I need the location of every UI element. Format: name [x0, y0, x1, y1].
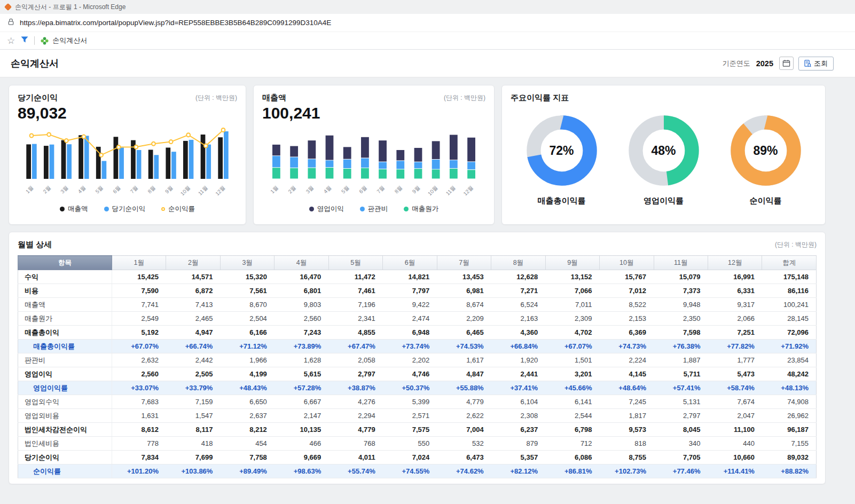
- card-title: 당기순이익: [18, 93, 58, 103]
- cell: 6,166: [220, 326, 274, 340]
- bookmark-item[interactable]: 손익계산서: [41, 36, 87, 45]
- cell: 2,571: [383, 409, 437, 423]
- donut-percentage: 89%: [727, 112, 805, 190]
- cell: +45.66%: [545, 381, 599, 395]
- cell: 7,758: [220, 451, 274, 464]
- svg-text:11월: 11월: [197, 185, 209, 196]
- cell: 6,872: [166, 284, 220, 298]
- header-column: 9월: [545, 256, 599, 270]
- table-row: 법인세차감전순이익8,6128,1178,21210,1354,7797,575…: [18, 423, 817, 437]
- cell: 7,011: [545, 298, 599, 312]
- calendar-button[interactable]: [779, 57, 794, 70]
- cell: +58.74%: [708, 381, 762, 395]
- cell: 1,920: [491, 353, 545, 367]
- cell: 175,148: [762, 270, 817, 284]
- cell: 26,962: [762, 409, 817, 423]
- cell: 7,004: [437, 423, 491, 437]
- cell: 2,632: [112, 353, 166, 367]
- table-row: 당기순이익7,8347,6997,7589,6694,0117,0246,473…: [18, 451, 817, 464]
- cell: 7,251: [708, 326, 762, 340]
- cell: 340: [654, 437, 708, 451]
- page-title: 손익계산서: [11, 57, 59, 70]
- filter-icon[interactable]: [21, 36, 28, 45]
- table-row: 매출액7,7417,4138,6709,8037,1969,4228,6746,…: [18, 298, 817, 312]
- cell: 5,357: [491, 451, 545, 464]
- cell: 9,669: [274, 451, 328, 464]
- cell: 4,855: [328, 326, 382, 340]
- cell: 9,948: [654, 298, 708, 312]
- cell: 4,779: [328, 423, 382, 437]
- favorite-star-icon[interactable]: ☆: [7, 36, 15, 45]
- cell: +50.37%: [383, 381, 437, 395]
- cell: 5,711: [654, 367, 708, 381]
- cell: +55.74%: [328, 464, 382, 478]
- cell: +57.41%: [654, 381, 708, 395]
- cell: 768: [328, 437, 382, 451]
- table-row: 법인세비용77841845446676855053287971281834044…: [18, 437, 817, 451]
- cell: 4,360: [491, 326, 545, 340]
- legend-item: 순이익률: [161, 204, 195, 214]
- bookmarks-bar: ☆ 손익계산서: [0, 32, 855, 50]
- query-doc-icon: [804, 60, 811, 67]
- net-income-value: 89,032: [18, 104, 237, 122]
- cell: +114.41%: [708, 464, 762, 478]
- cell: 879: [491, 437, 545, 451]
- header-column: 6월: [383, 256, 437, 270]
- cell: 6,798: [545, 423, 599, 437]
- legend-marker-icon: [60, 207, 65, 211]
- cell: +57.28%: [274, 381, 328, 395]
- calendar-icon: [782, 59, 790, 67]
- table-row: 영업이익2,5602,5054,1995,6152,7974,7464,8472…: [18, 367, 817, 381]
- svg-text:6월: 6월: [358, 185, 368, 195]
- header-column: 12월: [708, 256, 762, 270]
- cell: 7,243: [274, 326, 328, 340]
- cell: 7,674: [708, 395, 762, 409]
- cell: 13,453: [437, 270, 491, 284]
- cell: 6,801: [274, 284, 328, 298]
- cell: 2,047: [708, 409, 762, 423]
- cell: 2,224: [600, 353, 654, 367]
- cell: 28,145: [762, 312, 817, 326]
- cell: 778: [112, 437, 166, 451]
- svg-text:11월: 11월: [445, 185, 457, 196]
- cell: +77.82%: [708, 340, 762, 353]
- cell: 2,560: [112, 367, 166, 381]
- cell: 23,854: [762, 353, 817, 367]
- cell: 7,012: [600, 284, 654, 298]
- cell: 3,201: [545, 367, 599, 381]
- cell: 5,473: [708, 367, 762, 381]
- site-logo-icon: [41, 37, 49, 45]
- table-title: 월별 상세: [18, 240, 52, 250]
- header-column: 1월: [112, 256, 166, 270]
- cell: +66.74%: [166, 340, 220, 353]
- cell: 2,308: [491, 409, 545, 423]
- svg-text:10월: 10월: [427, 185, 438, 197]
- cell: 2,147: [274, 409, 328, 423]
- cell: 550: [383, 437, 437, 451]
- cell: 16,991: [708, 270, 762, 284]
- legend-marker-icon: [404, 207, 409, 211]
- legend-item: 판관비: [360, 204, 388, 214]
- cell: 2,504: [220, 312, 274, 326]
- svg-text:7월: 7월: [129, 185, 139, 195]
- donut-chart-1: 48%영업이익률: [625, 112, 703, 206]
- cell: 4,145: [600, 367, 654, 381]
- cell: 2,209: [437, 312, 491, 326]
- cell: 48,242: [762, 367, 817, 381]
- cell: 1,887: [654, 353, 708, 367]
- address-bar[interactable]: https://epa.bimatrix.com/portal/popupVie…: [0, 14, 855, 32]
- base-year-value[interactable]: 2025: [756, 59, 773, 68]
- cell: 15,767: [600, 270, 654, 284]
- search-button[interactable]: 조회: [798, 57, 834, 70]
- table-row: 순이익률+101.20%+103.86%+89.49%+98.63%+55.74…: [18, 464, 817, 478]
- cell: 96,187: [762, 423, 817, 437]
- cell: +67.47%: [328, 340, 382, 353]
- cell: 466: [274, 437, 328, 451]
- cell: 1,631: [112, 409, 166, 423]
- cell: 4,746: [383, 367, 437, 381]
- cell: 2,441: [491, 367, 545, 381]
- cell: 2,544: [545, 409, 599, 423]
- svg-text:1월: 1월: [269, 185, 279, 195]
- cell: 6,473: [437, 451, 491, 464]
- cell: 1,628: [274, 353, 328, 367]
